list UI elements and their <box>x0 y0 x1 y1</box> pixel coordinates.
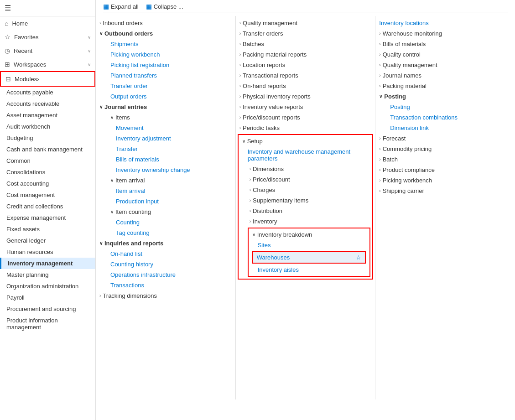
tree-item-inv-value-reports[interactable]: › Inventory value reports <box>236 102 375 112</box>
tree-item-quality-control[interactable]: › Quality control <box>375 49 515 60</box>
sidebar-item-favorites[interactable]: ☆ Favorites ∨ <box>0 30 95 44</box>
tree-item-shipments[interactable]: Shipments <box>101 39 235 49</box>
module-item-general-ledger[interactable]: General ledger <box>0 235 95 246</box>
tree-item-packing-material[interactable]: › Packing material <box>375 81 515 91</box>
module-item-consolidations[interactable]: Consolidations <box>0 166 95 178</box>
tree-item-price-discount-reports[interactable]: › Price/discount reports <box>236 112 375 123</box>
tree-item-transfer-orders[interactable]: › Transfer orders <box>236 28 375 39</box>
tree-item-inventory[interactable]: › Inventory <box>240 216 371 227</box>
module-item-budgeting[interactable]: Budgeting <box>0 132 95 144</box>
tree-item-location-reports[interactable]: › Location reports <box>236 60 375 70</box>
tree-item-periodic-tasks[interactable]: › Periodic tasks <box>236 123 375 133</box>
tree-item-posting[interactable]: Posting <box>381 102 515 112</box>
tree-item-transactional-reports[interactable]: › Transactional reports <box>236 70 375 81</box>
tree-item-inv-ownership[interactable]: Inventory ownership change <box>101 165 235 175</box>
tree-item-physical-inv-reports[interactable]: › Physical inventory reports <box>236 91 375 102</box>
tree-item-inbound-orders[interactable]: › Inbound orders <box>96 18 235 28</box>
module-item-cost-management[interactable]: Cost management <box>0 189 95 201</box>
tree-item-packing-material-reports[interactable]: › Packing material reports <box>236 49 375 60</box>
tree-item-inv-wh-params[interactable]: Inventory and warehouse management param… <box>240 146 371 164</box>
tree-item-output-orders[interactable]: Output orders <box>101 91 235 102</box>
sidebar-item-recent[interactable]: ◷ Recent ∨ <box>0 44 95 57</box>
tree-item-on-hand-reports[interactable]: › On-hand reports <box>236 81 375 91</box>
tree-item-production-input[interactable]: Production input <box>101 196 235 207</box>
section-setup[interactable]: ∨ Setup <box>240 136 371 146</box>
module-item-expense-management[interactable]: Expense management <box>0 212 95 223</box>
tree-item-bills-materials-c3[interactable]: › Bills of materials <box>375 39 515 49</box>
section-item-counting[interactable]: ∨ Item counting <box>101 207 235 217</box>
tree-item-quality-mgmt[interactable]: › Quality management <box>236 18 375 28</box>
section-journal-entries[interactable]: ∨ Journal entries <box>96 102 235 112</box>
module-item-organization-admin[interactable]: Organization administration <box>0 280 95 292</box>
tree-item-bills-materials[interactable]: Bills of materials <box>101 154 235 165</box>
section-inquiries-reports[interactable]: ∨ Inquiries and reports <box>96 238 235 249</box>
tree-item-counting[interactable]: Counting <box>101 217 235 228</box>
tree-item-sites[interactable]: Sites <box>250 240 368 250</box>
chevron-right-icon: › <box>379 146 380 151</box>
tree-item-warehouse-monitoring[interactable]: › Warehouse monitoring <box>375 28 515 39</box>
module-item-human-resources[interactable]: Human resources <box>0 246 95 258</box>
tree-item-charges[interactable]: › Charges <box>240 185 371 195</box>
tree-item-tag-counting[interactable]: Tag counting <box>101 228 235 238</box>
section-outbound-orders[interactable]: ∨ Outbound orders <box>96 28 235 39</box>
section-items[interactable]: ∨ Items <box>101 112 235 123</box>
sidebar-item-home[interactable]: ⌂ Home <box>0 16 95 30</box>
tree-item-dimension-link[interactable]: Dimension link <box>381 123 515 133</box>
tree-item-inv-adjustment[interactable]: Inventory adjustment <box>101 133 235 144</box>
tree-item-batch[interactable]: › Batch <box>375 154 515 165</box>
module-item-procurement-sourcing[interactable]: Procurement and sourcing <box>0 303 95 315</box>
tree-item-transfer-order[interactable]: Transfer order <box>101 81 235 91</box>
module-item-accounts-receivable[interactable]: Accounts receivable <box>0 98 95 109</box>
tree-item-picking-workbench-c3[interactable]: › Picking workbench <box>375 175 515 186</box>
sidebar-item-workspaces[interactable]: ⊞ Workspaces ∨ <box>0 57 95 71</box>
tree-item-price-discount[interactable]: › Price/discount <box>240 174 371 185</box>
module-item-credit-collections[interactable]: Credit and collections <box>0 201 95 212</box>
tree-item-transaction-combinations[interactable]: Transaction combinations <box>381 112 515 123</box>
tree-item-item-arrival[interactable]: Item arrival <box>101 186 235 196</box>
tree-item-batches[interactable]: › Batches <box>236 39 375 49</box>
tree-item-tracking-dimensions[interactable]: › Tracking dimensions <box>96 290 235 301</box>
columns-container: › Inbound orders ∨ Outbound orders Shipm… <box>96 16 515 399</box>
tree-item-on-hand-list[interactable]: On-hand list <box>101 249 235 259</box>
tree-item-inv-aisles[interactable]: Inventory aisles <box>250 264 368 275</box>
tree-item-shipping-carrier[interactable]: › Shipping carrier <box>375 186 515 196</box>
tree-item-forecast[interactable]: › Forecast <box>375 133 515 144</box>
module-item-cash-bank[interactable]: Cash and bank management <box>0 144 95 155</box>
tree-item-picking-workbench[interactable]: Picking workbench <box>101 49 235 60</box>
tree-item-inv-locations[interactable]: Inventory locations <box>375 18 515 28</box>
module-item-master-planning[interactable]: Master planning <box>0 269 95 280</box>
module-item-payroll[interactable]: Payroll <box>0 292 95 303</box>
tree-item-journal-names[interactable]: › Journal names <box>375 70 515 81</box>
tree-item-product-compliance[interactable]: › Product compliance <box>375 165 515 175</box>
tree-item-quality-mgmt-c3[interactable]: › Quality management <box>375 60 515 70</box>
tree-item-warehouses-row[interactable]: Warehouses ☆ <box>252 251 366 264</box>
module-item-asset-management[interactable]: Asset management <box>0 109 95 121</box>
module-item-fixed-assets[interactable]: Fixed assets <box>0 223 95 235</box>
tree-item-transfer[interactable]: Transfer <box>101 144 235 154</box>
section-item-arrival[interactable]: ∨ Item arrival <box>101 175 235 186</box>
module-item-cost-accounting[interactable]: Cost accounting <box>0 178 95 189</box>
module-item-accounts-payable[interactable]: Accounts payable <box>0 87 95 98</box>
collapse-button[interactable]: ▦ Collapse ... <box>146 3 183 10</box>
chevron-right-icon: › <box>239 94 241 99</box>
module-item-audit-workbench[interactable]: Audit workbench <box>0 121 95 132</box>
tree-item-distribution[interactable]: › Distribution <box>240 206 371 216</box>
tree-item-supplementary-items[interactable]: › Supplementary items <box>240 195 371 206</box>
tree-item-counting-history[interactable]: Counting history <box>101 259 235 270</box>
tree-item-operations-infra[interactable]: Operations infrastructure <box>101 270 235 280</box>
tree-item-transactions[interactable]: Transactions <box>101 280 235 290</box>
tree-item-planned-transfers[interactable]: Planned transfers <box>101 70 235 81</box>
module-item-product-info[interactable]: Product information management <box>0 315 95 333</box>
tree-item-dimensions[interactable]: › Dimensions <box>240 164 371 174</box>
expand-all-button[interactable]: ▦ Expand all <box>103 3 139 10</box>
hamburger-icon[interactable]: ☰ <box>5 4 11 12</box>
tree-item-picking-list-reg[interactable]: Picking list registration <box>101 60 235 70</box>
star-favorite-icon[interactable]: ☆ <box>356 254 361 261</box>
module-item-common[interactable]: Common <box>0 155 95 166</box>
module-item-inventory-management[interactable]: Inventory management <box>0 258 95 269</box>
tree-item-movement[interactable]: Movement <box>101 123 235 133</box>
section-inv-breakdown[interactable]: ∨ Inventory breakdown <box>250 229 368 240</box>
sidebar-item-modules[interactable]: ⊟ Modules › <box>0 71 95 87</box>
section-posting[interactable]: ∨ Posting <box>375 91 515 102</box>
tree-item-commodity-pricing[interactable]: › Commodity pricing <box>375 144 515 154</box>
